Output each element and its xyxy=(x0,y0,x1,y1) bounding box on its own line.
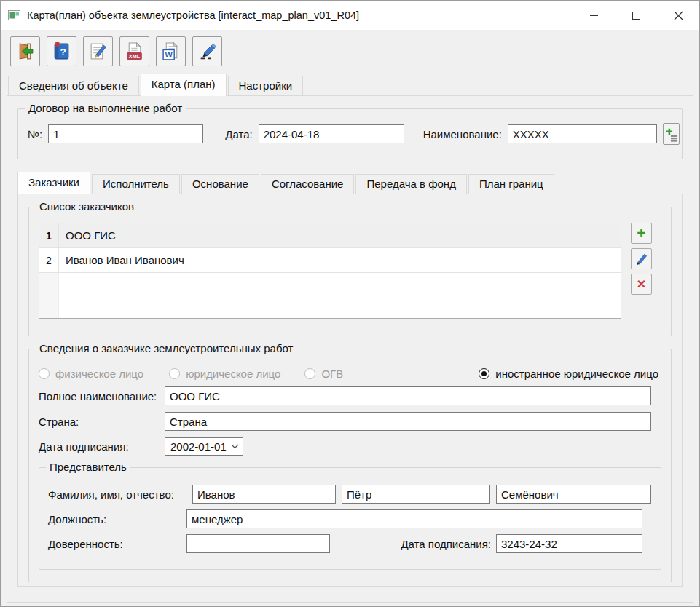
tab-object-info[interactable]: Сведения об объекте xyxy=(8,76,139,95)
row-number: 1 xyxy=(39,223,59,247)
tab-settings[interactable]: Настройки xyxy=(228,76,304,95)
chevron-down-icon xyxy=(231,444,239,449)
sign-date-combobox[interactable]: 2002-01-01 xyxy=(165,437,243,456)
customer-details-title: Сведения о заказчике землеустроительных … xyxy=(36,342,296,354)
contract-date-label: Дата: xyxy=(225,128,252,140)
representative-title: Представитель xyxy=(46,461,130,473)
rep-sign-date-input[interactable] xyxy=(496,534,642,553)
contract-date-input[interactable] xyxy=(259,124,404,143)
radio-selected-icon xyxy=(479,368,489,379)
add-to-list-icon xyxy=(664,127,679,142)
add-contract-button[interactable] xyxy=(663,123,680,145)
country-input[interactable] xyxy=(165,412,651,431)
radio-legal-entity[interactable]: юридическое лицо xyxy=(169,368,280,380)
delete-x-icon: ✕ xyxy=(637,279,646,290)
radio-foreign-legal-entity[interactable]: иностранное юридическое лицо xyxy=(479,368,658,380)
last-name-input[interactable] xyxy=(192,485,336,504)
customer-type-radios: физическое лицо юридическое лицо ОГВ ино… xyxy=(39,368,661,380)
customer-name-cell: Иванов Иван Иванович xyxy=(59,248,621,272)
edit-document-button[interactable] xyxy=(83,36,113,66)
maximize-icon xyxy=(632,12,640,20)
position-label: Должность: xyxy=(48,513,186,525)
close-icon xyxy=(674,11,683,20)
help-button[interactable]: ? xyxy=(47,36,76,66)
middle-name-input[interactable] xyxy=(496,485,651,504)
sign-date-label: Дата подписания: xyxy=(39,440,165,453)
add-customer-button[interactable]: + xyxy=(631,223,652,244)
full-name-input[interactable] xyxy=(165,386,651,405)
tab-basis[interactable]: Основание xyxy=(181,174,259,194)
word-export-icon: W xyxy=(161,41,181,61)
fio-label: Фамилия, имя, отчество: xyxy=(48,488,186,501)
customer-details-group: Сведения о заказчике землеустроительных … xyxy=(28,349,672,582)
minimize-button[interactable] xyxy=(573,1,615,30)
sign-button[interactable] xyxy=(192,36,222,66)
radio-icon xyxy=(169,368,180,379)
app-icon xyxy=(8,9,21,21)
table-row[interactable]: 1 ООО ГИС xyxy=(39,223,621,248)
toolbar: ? XML xyxy=(1,30,699,72)
customers-list-group: Список заказчиков 1 ООО ГИС 2 Иванов Ива… xyxy=(28,207,672,336)
contract-name-input[interactable] xyxy=(508,124,657,143)
window-controls xyxy=(573,1,699,30)
svg-text:XML: XML xyxy=(129,53,141,60)
app-window: Карта(план) объекта землеустройства [int… xyxy=(0,0,700,607)
sign-icon xyxy=(197,41,217,61)
contract-group: Договор на выполнение работ №: Дата: Наи… xyxy=(17,108,683,159)
customers-table: 1 ООО ГИС 2 Иванов Иван Иванович xyxy=(39,223,621,319)
tab-boundary-plan[interactable]: План границ xyxy=(468,174,554,194)
rep-sign-date-label: Дата подписания: xyxy=(401,538,496,550)
radio-ogv[interactable]: ОГВ xyxy=(304,368,343,380)
table-empty-area xyxy=(39,273,621,318)
full-name-label: Полное наименование: xyxy=(39,390,165,402)
sign-date-row: Дата подписания: 2002-01-01 xyxy=(39,437,651,456)
power-of-attorney-row: Доверенность: Дата подписания: xyxy=(48,534,642,553)
power-of-attorney-input[interactable] xyxy=(186,534,330,553)
xml-export-icon: XML xyxy=(125,41,144,61)
country-label: Страна: xyxy=(39,416,165,428)
sign-date-value: 2002-01-01 xyxy=(170,440,231,453)
first-name-input[interactable] xyxy=(342,485,490,504)
tab-executor[interactable]: Исполнитель xyxy=(92,174,180,194)
pencil-icon xyxy=(634,252,648,266)
customer-tabs: Заказчики Исполнитель Основание Согласов… xyxy=(17,174,693,194)
tab-fund-transfer[interactable]: Передача в фонд xyxy=(355,174,466,194)
customer-name-cell: ООО ГИС xyxy=(59,223,621,247)
customers-panel: Список заказчиков 1 ООО ГИС 2 Иванов Ива… xyxy=(17,194,683,587)
full-name-row: Полное наименование: xyxy=(39,386,651,405)
edit-customer-button[interactable] xyxy=(631,248,652,269)
customers-list-title: Список заказчиков xyxy=(36,200,138,213)
close-button[interactable] xyxy=(657,1,699,30)
radio-individual[interactable]: физическое лицо xyxy=(39,368,143,380)
country-row: Страна: xyxy=(39,412,651,431)
representative-group: Представитель Фамилия, имя, отчество: До… xyxy=(39,467,661,570)
svg-text:W: W xyxy=(165,50,173,59)
exit-button[interactable] xyxy=(10,36,40,66)
tab-customers[interactable]: Заказчики xyxy=(17,172,90,194)
titlebar: Карта(план) объекта землеустройства [int… xyxy=(1,1,699,30)
contract-number-input[interactable] xyxy=(48,124,203,143)
row-number-filler xyxy=(39,273,59,318)
plus-icon: + xyxy=(637,225,645,240)
exit-icon xyxy=(15,41,35,61)
word-export-button[interactable]: W xyxy=(156,36,186,66)
power-of-attorney-label: Доверенность: xyxy=(48,538,186,550)
window-title: Карта(план) объекта землеустройства [int… xyxy=(27,9,573,21)
map-plan-panel: Договор на выполнение работ №: Дата: Наи… xyxy=(7,95,693,603)
customer-actions: + ✕ xyxy=(631,223,652,319)
maximize-button[interactable] xyxy=(615,1,657,30)
table-row[interactable]: 2 Иванов Иван Иванович xyxy=(39,248,621,273)
radio-icon xyxy=(39,368,50,379)
xml-export-button[interactable]: XML xyxy=(119,36,149,66)
svg-text:?: ? xyxy=(60,47,66,57)
minimize-icon xyxy=(590,15,598,16)
contract-name-label: Наименование: xyxy=(423,128,502,140)
fio-row: Фамилия, имя, отчество: xyxy=(48,485,642,504)
delete-customer-button[interactable]: ✕ xyxy=(631,274,652,295)
radio-icon xyxy=(304,368,315,379)
position-input[interactable] xyxy=(186,509,642,528)
row-number: 2 xyxy=(39,248,59,272)
tab-approval[interactable]: Согласование xyxy=(261,174,355,194)
tab-map-plan[interactable]: Карта (план) xyxy=(141,74,227,96)
position-row: Должность: xyxy=(48,509,642,528)
